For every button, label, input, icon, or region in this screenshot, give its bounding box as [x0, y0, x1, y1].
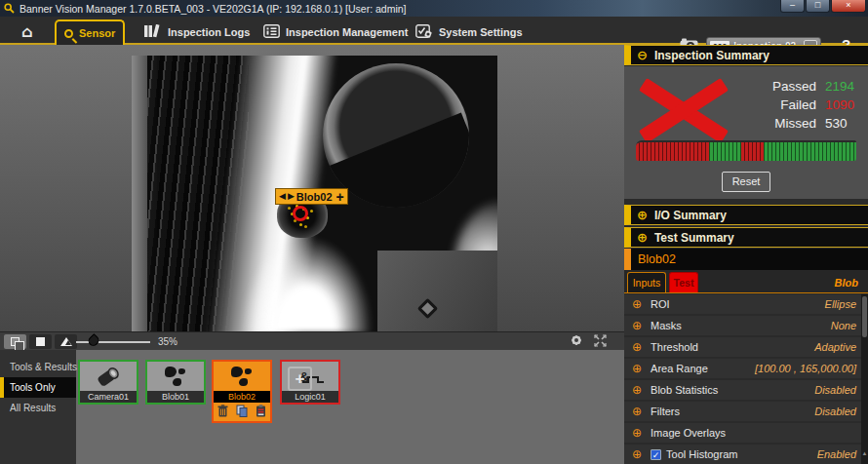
inspection-summary-title: Inspection Summary [654, 49, 769, 62]
tool-actions [214, 403, 270, 421]
tab-inspection-logs[interactable]: Inspection Logs [137, 19, 257, 45]
expand-icon[interactable]: ⊕ [632, 363, 642, 374]
roi-tag-label: Blob02 [296, 191, 333, 203]
tab-inspection-management[interactable]: Inspection Management [256, 19, 415, 45]
zoom-slider-handle[interactable] [87, 333, 101, 348]
maximize-button[interactable]: □ [806, 0, 830, 13]
paste-tool-icon[interactable] [256, 404, 266, 421]
params-scrollbar[interactable]: ▲ [861, 294, 868, 464]
tab-inspection-management-label: Inspection Management [286, 26, 408, 38]
tab-test[interactable]: Test [669, 272, 698, 292]
param-row-roi[interactable]: ⊕ ROI Ellipse [624, 294, 868, 314]
failed-label: Failed [772, 97, 816, 112]
system-settings-icon [415, 24, 433, 40]
expand-icon[interactable]: ⊕ [632, 448, 642, 460]
sidebar-item-tools-and-results[interactable]: Tools & Results [0, 357, 76, 377]
param-row-area-range[interactable]: ⊕ Area Range [100.00 , 165,000.00] [624, 359, 868, 378]
tool-editor-tabs: Inputs Test Blob [624, 270, 868, 293]
tool-tile-label: Camera01 [80, 391, 137, 403]
zoom-percent-label: 35% [158, 336, 178, 347]
inspection-summary-header[interactable]: ⊖ Inspection Summary [624, 45, 868, 65]
collapse-icon[interactable]: ⊖ [637, 49, 648, 61]
tool-tile-blob02[interactable]: Blob02 [212, 360, 272, 423]
right-panel: ⊖ Inspection Summary Passed 2194 Failed … [624, 45, 868, 464]
test-summary-header[interactable]: ⊕ Test Summary [624, 227, 868, 248]
expand-icon[interactable]: ⊕ [632, 341, 642, 353]
io-summary-title: I/O Summary [654, 209, 727, 222]
param-row-tool-histogram[interactable]: ⊕ ✓ Tool Histogram Enabled [624, 445, 868, 464]
home-icon: ⌂ [21, 24, 32, 40]
expand-icon[interactable]: ⊕ [632, 320, 642, 331]
inspection-summary-body: Passed 2194 Failed 1090 Missed 530 Reset [624, 66, 868, 199]
expand-icon[interactable]: ⊕ [632, 384, 642, 396]
banner-vision-manager-window: Banner Vision Manager 1.7.0.BETA_003 - V… [0, 0, 868, 464]
tools-filter-sidebar: Tools & Results Tools Only All Results [0, 350, 76, 464]
tool-tile-camera01[interactable]: Camera01 [78, 360, 138, 405]
viewer-toolbar: 35% [0, 331, 624, 350]
expand-icon[interactable]: ⊕ [632, 427, 642, 439]
tab-inputs[interactable]: Inputs [627, 272, 666, 292]
delete-tool-icon[interactable] [217, 404, 228, 421]
roi-next-icon[interactable]: ▶ [288, 192, 295, 201]
selected-tool-name: Blob02 [638, 252, 676, 266]
expand-icon[interactable]: ⊕ [632, 406, 642, 417]
overlap-squares-icon [11, 337, 20, 346]
tool-tile-blob01[interactable]: Blob01 [145, 360, 206, 405]
param-row-filters[interactable]: ⊕ Filters Disabled [624, 402, 868, 421]
image-viewer[interactable]: ◀ ▶ Blob02 + [0, 45, 624, 331]
missed-value: 530 [825, 116, 854, 131]
minimize-button[interactable]: – [780, 0, 805, 13]
param-row-masks[interactable]: ⊕ Masks None [624, 316, 868, 335]
minimize-icon: – [790, 0, 795, 10]
roi-ellipse-marker[interactable] [293, 206, 308, 221]
selected-tool-header[interactable]: Blob02 [624, 249, 868, 270]
tab-home[interactable]: ⌂ [14, 19, 40, 45]
blob02-roi-tag[interactable]: ◀ ▶ Blob02 + [275, 188, 348, 205]
tab-sensor-label: Sensor [79, 27, 115, 39]
passed-label: Passed [772, 79, 816, 94]
maximize-icon: □ [815, 0, 820, 10]
roi-prev-icon[interactable]: ◀ [279, 192, 286, 201]
history-bar [636, 140, 856, 161]
gear-icon [570, 333, 583, 351]
fullscreen-button[interactable] [591, 334, 609, 349]
titlebar: Banner Vision Manager 1.7.0.BETA_003 - V… [0, 0, 868, 17]
tab-system-settings-label: System Settings [439, 26, 523, 38]
view-actual-button[interactable] [29, 334, 52, 349]
camera-tool-icon [80, 362, 137, 391]
tab-system-settings[interactable]: System Settings [408, 19, 531, 45]
close-button[interactable]: × [831, 0, 866, 13]
add-tool-button[interactable]: + [288, 367, 312, 391]
sidebar-item-tools-only[interactable]: Tools Only [0, 377, 76, 398]
inspection-stats: Passed 2194 Failed 1090 Missed 530 [772, 79, 854, 131]
expand-icon[interactable]: ⊕ [637, 209, 648, 221]
scroll-up-icon[interactable]: ▲ [862, 450, 868, 456]
inspection-management-icon [263, 24, 280, 40]
param-row-image-overlays[interactable]: ⊕ Image Overlays [624, 423, 868, 443]
sidebar-item-all-results[interactable]: All Results [0, 398, 76, 418]
square-icon [36, 337, 45, 346]
expand-icon[interactable]: ⊕ [632, 298, 642, 310]
failed-value: 1090 [825, 97, 854, 112]
param-row-threshold[interactable]: ⊕ Threshold Adaptive [624, 337, 868, 357]
scrollbar-thumb[interactable] [862, 296, 867, 337]
tool-type-label: Blob [835, 277, 858, 289]
param-row-blob-statistics[interactable]: ⊕ Blob Statistics Disabled [624, 380, 868, 400]
view-fit-button[interactable] [4, 334, 26, 349]
expand-icon[interactable]: ⊕ [637, 231, 648, 244]
tab-sensor[interactable]: Sensor [55, 19, 125, 45]
test-summary-title: Test Summary [654, 231, 734, 245]
view-image-button[interactable] [55, 334, 77, 349]
io-summary-header[interactable]: ⊕ I/O Summary [624, 205, 868, 225]
inspection-logs-icon [144, 24, 162, 40]
roi-move-icon[interactable]: + [336, 189, 344, 205]
tool-histogram-checkbox[interactable]: ✓ [651, 449, 661, 460]
tool-params-list: ⊕ ROI Ellipse ⊕ Masks None ⊕ Threshold A… [624, 294, 868, 464]
tool-tile-label: Blob02 [214, 391, 270, 403]
viewer-settings-button[interactable] [568, 334, 585, 349]
passed-value: 2194 [825, 79, 854, 94]
blob-tool-icon [214, 362, 270, 391]
image-shading [377, 251, 497, 331]
copy-tool-icon[interactable] [236, 404, 248, 421]
reset-button[interactable]: Reset [722, 172, 770, 192]
